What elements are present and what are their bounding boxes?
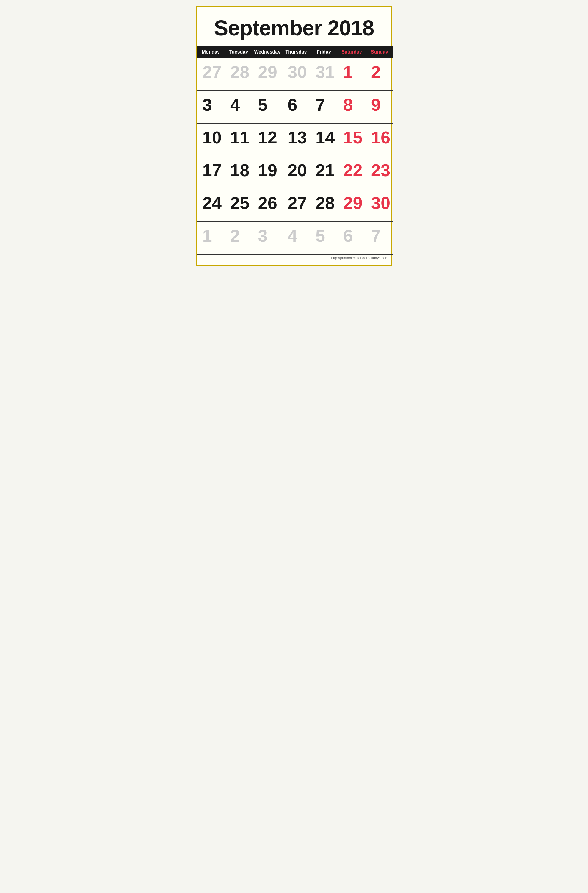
day-number: 3 <box>256 224 279 244</box>
calendar-cell: 26 <box>252 189 282 222</box>
calendar-cell: 5 <box>310 222 338 254</box>
day-header-friday: Friday <box>310 47 338 58</box>
day-number: 17 <box>200 159 222 179</box>
calendar-cell: 3 <box>252 222 282 254</box>
calendar-title: September 2018 <box>197 7 392 46</box>
day-number: 31 <box>313 60 335 81</box>
calendar-cell: 7 <box>366 222 393 254</box>
day-number: 2 <box>369 60 390 81</box>
calendar-week-2: 3456789 <box>197 91 393 123</box>
day-header-sunday: Sunday <box>366 47 393 58</box>
calendar-cell: 30 <box>366 189 393 222</box>
calendar-cell: 22 <box>338 156 366 189</box>
day-header-monday: Monday <box>197 47 225 58</box>
calendar-cell: 29 <box>252 58 282 91</box>
calendar-cell: 27 <box>197 58 225 91</box>
calendar-cell: 28 <box>310 189 338 222</box>
calendar-cell: 30 <box>282 58 310 91</box>
day-number: 19 <box>256 159 279 179</box>
day-number: 9 <box>369 93 390 113</box>
day-number: 22 <box>341 159 363 179</box>
day-number: 4 <box>285 224 307 244</box>
calendar-cell: 18 <box>225 156 253 189</box>
calendar-cell: 2 <box>366 58 393 91</box>
day-number: 5 <box>256 93 279 113</box>
day-number: 3 <box>200 93 222 113</box>
day-number: 2 <box>228 224 249 244</box>
day-number: 7 <box>313 93 335 113</box>
day-number: 28 <box>313 191 335 212</box>
day-number: 23 <box>369 159 390 179</box>
watermark: http://printablecalendarholidays.com <box>197 254 392 262</box>
calendar-cell: 28 <box>225 58 253 91</box>
day-number: 10 <box>200 126 222 146</box>
calendar-cell: 27 <box>282 189 310 222</box>
calendar-cell: 10 <box>197 123 225 156</box>
calendar-cell: 2 <box>225 222 253 254</box>
calendar-cell: 6 <box>338 222 366 254</box>
calendar-week-5: 24252627282930 <box>197 189 393 222</box>
calendar-week-6: 1234567 <box>197 222 393 254</box>
day-number: 18 <box>228 159 249 179</box>
day-number: 29 <box>341 191 363 212</box>
calendar-cell: 20 <box>282 156 310 189</box>
calendar-cell: 3 <box>197 91 225 123</box>
day-header-tuesday: Tuesday <box>225 47 253 58</box>
calendar-cell: 12 <box>252 123 282 156</box>
calendar-grid: MondayTuesdayWednesdayThursdayFridaySatu… <box>197 46 394 254</box>
day-number: 11 <box>228 126 249 146</box>
calendar-cell: 5 <box>252 91 282 123</box>
day-number: 12 <box>256 126 279 146</box>
day-number: 21 <box>313 159 335 179</box>
calendar-cell: 1 <box>197 222 225 254</box>
day-header-wednesday: Wednesday <box>252 47 282 58</box>
calendar-cell: 11 <box>225 123 253 156</box>
day-number: 16 <box>369 126 390 146</box>
calendar-cell: 6 <box>282 91 310 123</box>
day-number: 27 <box>285 191 307 212</box>
day-number: 15 <box>341 126 363 146</box>
day-number: 5 <box>313 224 335 244</box>
calendar-cell: 25 <box>225 189 253 222</box>
day-number: 1 <box>341 60 363 81</box>
day-number: 4 <box>228 93 249 113</box>
calendar-cell: 24 <box>197 189 225 222</box>
calendar-cell: 8 <box>338 91 366 123</box>
calendar-cell: 19 <box>252 156 282 189</box>
calendar-cell: 14 <box>310 123 338 156</box>
day-number: 8 <box>341 93 363 113</box>
day-number: 27 <box>200 60 222 81</box>
calendar-week-3: 10111213141516 <box>197 123 393 156</box>
day-number: 24 <box>200 191 222 212</box>
calendar-cell: 4 <box>225 91 253 123</box>
day-number: 13 <box>285 126 307 146</box>
day-header-thursday: Thursday <box>282 47 310 58</box>
header-row: MondayTuesdayWednesdayThursdayFridaySatu… <box>197 47 393 58</box>
day-number: 29 <box>256 60 279 81</box>
calendar-week-4: 17181920212223 <box>197 156 393 189</box>
calendar-container: September 2018 MondayTuesdayWednesdayThu… <box>196 6 392 266</box>
calendar-cell: 23 <box>366 156 393 189</box>
calendar-cell: 21 <box>310 156 338 189</box>
calendar-cell: 16 <box>366 123 393 156</box>
day-number: 20 <box>285 159 307 179</box>
day-number: 26 <box>256 191 279 212</box>
calendar-cell: 17 <box>197 156 225 189</box>
calendar-cell: 1 <box>338 58 366 91</box>
calendar-cell: 7 <box>310 91 338 123</box>
calendar-week-1: 272829303112 <box>197 58 393 91</box>
calendar-cell: 15 <box>338 123 366 156</box>
day-number: 30 <box>285 60 307 81</box>
day-number: 6 <box>341 224 363 244</box>
day-number: 14 <box>313 126 335 146</box>
day-number: 28 <box>228 60 249 81</box>
calendar-cell: 9 <box>366 91 393 123</box>
calendar-cell: 13 <box>282 123 310 156</box>
day-number: 25 <box>228 191 249 212</box>
day-number: 6 <box>285 93 307 113</box>
calendar-cell: 4 <box>282 222 310 254</box>
day-header-saturday: Saturday <box>338 47 366 58</box>
day-number: 1 <box>200 224 222 244</box>
calendar-cell: 31 <box>310 58 338 91</box>
day-number: 30 <box>369 191 390 212</box>
